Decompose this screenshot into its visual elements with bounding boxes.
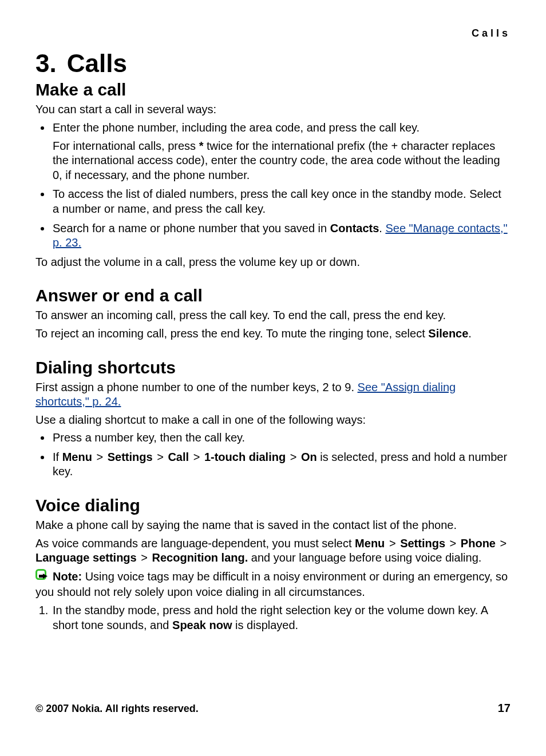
section-voice-dialing: Voice dialing [35,495,511,516]
voice-p1: Make a phone call by saying the name tha… [35,518,511,533]
dialshort-list: Press a number key, then the call key. I… [35,431,511,479]
section-dialing-shortcuts: Dialing shortcuts [35,357,511,378]
chapter-title: 3.Calls [35,50,511,77]
list-item: To access the list of dialed numbers, pr… [52,187,511,216]
make-call-intro: You can start a call in several ways: [35,102,511,117]
running-header: Calls [35,27,511,39]
list-item-text: Press a number key, then the call key. [53,431,245,444]
make-call-after: To adjust the volume in a call, press th… [35,255,511,270]
breadcrumb-sep: > [157,450,164,465]
voice-p2: As voice commands are language-dependent… [35,536,511,566]
menu-path-item: Phone [461,537,496,550]
note-label: Note: [53,570,82,582]
dialshort-p1: First assign a phone number to one of th… [35,380,511,409]
list-item: In the standby mode, press and hold the … [52,603,511,632]
menu-path-item: Menu [62,451,92,463]
speak-now-label: Speak now [172,619,232,631]
list-item-text: Enter the phone number, including the ar… [53,121,420,134]
dialshort-p2: Use a dialing shortcut to make a call in… [35,413,511,428]
section-make-a-call: Make a call [35,79,511,100]
breadcrumb-sep: > [141,551,148,566]
list-item: Enter the phone number, including the ar… [52,121,511,182]
menu-path-item: Recognition lang. [152,551,248,564]
make-call-list: Enter the phone number, including the ar… [35,121,511,250]
list-item: If Menu > Settings > Call > 1-touch dial… [52,450,511,479]
note-icon [35,569,53,586]
chapter-name: Calls [67,49,127,77]
list-item: Search for a name or phone number that y… [52,221,511,250]
copyright: © 2007 Nokia. All rights reserved. [35,703,199,715]
svg-rect-1 [39,575,43,578]
breadcrumb-sep: > [96,450,103,465]
note-text: Using voice tags may be difficult in a n… [35,570,508,598]
list-item-sub: For international calls, press * twice f… [53,139,511,183]
silence-label: Silence [428,327,468,340]
menu-path-item: Menu [355,537,385,550]
contacts-label: Contacts [330,222,379,234]
section-answer-end: Answer or end a call [35,285,511,306]
breadcrumb-sep: > [290,450,297,465]
answer-end-p1: To answer an incoming call, press the ca… [35,308,511,323]
breadcrumb-sep: > [450,536,457,551]
answer-end-p2: To reject an incoming call, press the en… [35,327,511,341]
breadcrumb-sep: > [389,536,396,551]
voice-steps: In the standby mode, press and hold the … [35,603,511,632]
note-block: Note: Using voice tags may be difficult … [35,569,511,600]
breadcrumb-sep: > [500,536,507,551]
list-item-text: To access the list of dialed numbers, pr… [53,188,501,215]
menu-path-item: Settings [108,451,153,463]
page-number: 17 [498,702,511,715]
chapter-number: 3. [35,50,57,77]
menu-path-item: Settings [400,537,445,550]
menu-path-item: 1-touch dialing [204,451,286,463]
menu-path-item: On [301,451,317,463]
page-footer: © 2007 Nokia. All rights reserved. 17 [35,702,511,715]
menu-path-item: Call [168,451,189,463]
menu-path-item: Language settings [35,551,137,564]
list-item: Press a number key, then the call key. [52,431,511,445]
breadcrumb-sep: > [193,450,200,465]
